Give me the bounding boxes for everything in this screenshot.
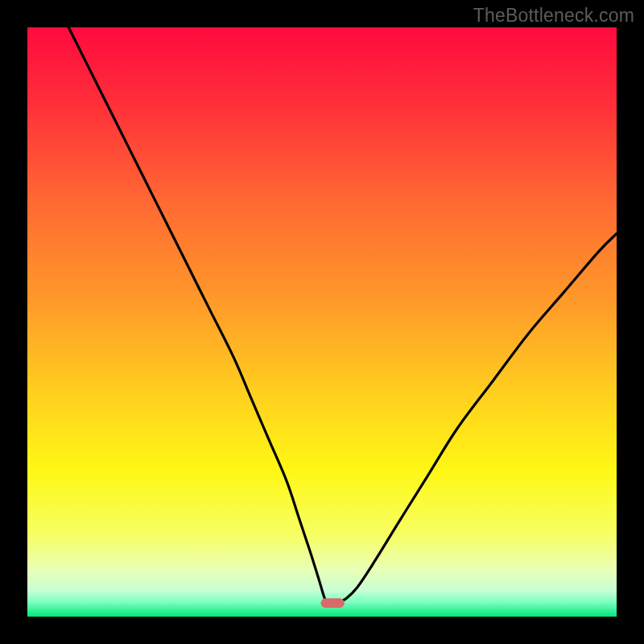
chart-background	[27, 27, 617, 617]
watermark-label: TheBottleneck.com	[473, 5, 634, 27]
chart-min-marker	[321, 598, 345, 608]
chart-svg	[27, 27, 617, 617]
chart-frame: TheBottleneck.com	[0, 0, 644, 644]
chart-plot-area	[27, 27, 617, 617]
